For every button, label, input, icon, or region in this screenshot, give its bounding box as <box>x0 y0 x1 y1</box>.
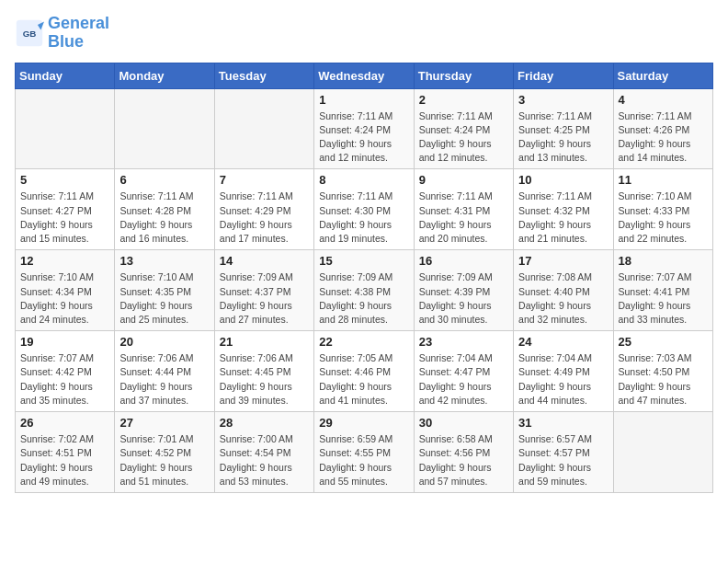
day-number: 6 <box>119 173 209 187</box>
day-info: Sunrise: 7:00 AM Sunset: 4:54 PM Dayligh… <box>220 432 309 488</box>
calendar-cell: 4Sunrise: 7:11 AM Sunset: 4:26 PM Daylig… <box>613 88 712 169</box>
calendar-cell <box>214 88 313 169</box>
calendar-cell: 13Sunrise: 7:10 AM Sunset: 4:35 PM Dayli… <box>115 250 214 331</box>
calendar-week-row: 5Sunrise: 7:11 AM Sunset: 4:27 PM Daylig… <box>16 169 713 250</box>
calendar-cell: 17Sunrise: 7:08 AM Sunset: 4:40 PM Dayli… <box>514 250 613 331</box>
calendar-cell <box>16 88 115 169</box>
calendar-cell: 22Sunrise: 7:05 AM Sunset: 4:46 PM Dayli… <box>314 331 414 412</box>
calendar-week-row: 12Sunrise: 7:10 AM Sunset: 4:34 PM Dayli… <box>16 250 713 331</box>
calendar-cell: 24Sunrise: 7:04 AM Sunset: 4:49 PM Dayli… <box>514 331 613 412</box>
day-info: Sunrise: 7:07 AM Sunset: 4:41 PM Dayligh… <box>619 270 708 327</box>
calendar-cell: 5Sunrise: 7:11 AM Sunset: 4:27 PM Daylig… <box>16 169 115 250</box>
day-info: Sunrise: 6:57 AM Sunset: 4:57 PM Dayligh… <box>518 432 608 488</box>
day-number: 25 <box>619 335 708 349</box>
day-number: 8 <box>319 173 408 187</box>
calendar-cell: 19Sunrise: 7:07 AM Sunset: 4:42 PM Dayli… <box>16 331 115 412</box>
day-info: Sunrise: 7:03 AM Sunset: 4:50 PM Dayligh… <box>619 351 708 408</box>
day-number: 18 <box>619 254 708 268</box>
day-info: Sunrise: 6:59 AM Sunset: 4:55 PM Dayligh… <box>319 432 408 488</box>
day-info: Sunrise: 7:11 AM Sunset: 4:29 PM Dayligh… <box>220 190 309 246</box>
calendar-cell: 11Sunrise: 7:10 AM Sunset: 4:33 PM Dayli… <box>613 169 712 250</box>
day-number: 9 <box>419 173 508 187</box>
calendar-week-row: 26Sunrise: 7:02 AM Sunset: 4:51 PM Dayli… <box>16 412 713 493</box>
day-number: 17 <box>518 254 608 268</box>
calendar-cell: 21Sunrise: 7:06 AM Sunset: 4:45 PM Dayli… <box>214 331 313 412</box>
calendar-cell: 8Sunrise: 7:11 AM Sunset: 4:30 PM Daylig… <box>314 169 414 250</box>
calendar-cell: 20Sunrise: 7:06 AM Sunset: 4:44 PM Dayli… <box>115 331 214 412</box>
day-info: Sunrise: 7:11 AM Sunset: 4:32 PM Dayligh… <box>518 190 608 246</box>
calendar-table: SundayMondayTuesdayWednesdayThursdayFrid… <box>15 63 713 493</box>
day-number: 10 <box>518 173 608 187</box>
calendar-header-row: SundayMondayTuesdayWednesdayThursdayFrid… <box>16 63 713 88</box>
logo-icon: GB <box>15 18 44 48</box>
calendar-cell: 27Sunrise: 7:01 AM Sunset: 4:52 PM Dayli… <box>115 412 214 493</box>
day-info: Sunrise: 7:07 AM Sunset: 4:42 PM Dayligh… <box>20 351 109 408</box>
weekday-header: Thursday <box>414 63 513 88</box>
day-info: Sunrise: 7:02 AM Sunset: 4:51 PM Dayligh… <box>20 432 109 488</box>
calendar-cell: 2Sunrise: 7:11 AM Sunset: 4:24 PM Daylig… <box>414 88 513 169</box>
day-info: Sunrise: 7:11 AM Sunset: 4:31 PM Dayligh… <box>419 190 508 246</box>
day-info: Sunrise: 7:10 AM Sunset: 4:35 PM Dayligh… <box>119 270 209 327</box>
calendar-cell: 23Sunrise: 7:04 AM Sunset: 4:47 PM Dayli… <box>414 331 513 412</box>
day-info: Sunrise: 6:58 AM Sunset: 4:56 PM Dayligh… <box>419 432 508 488</box>
day-info: Sunrise: 7:08 AM Sunset: 4:40 PM Dayligh… <box>518 270 608 327</box>
calendar-cell: 16Sunrise: 7:09 AM Sunset: 4:39 PM Dayli… <box>414 250 513 331</box>
calendar-cell: 15Sunrise: 7:09 AM Sunset: 4:38 PM Dayli… <box>314 250 414 331</box>
day-number: 24 <box>518 335 608 349</box>
day-number: 31 <box>518 416 608 430</box>
day-info: Sunrise: 7:09 AM Sunset: 4:38 PM Dayligh… <box>319 270 408 327</box>
svg-text:GB: GB <box>23 28 37 38</box>
calendar-cell <box>613 412 712 493</box>
day-number: 3 <box>518 93 608 107</box>
day-number: 4 <box>619 93 708 107</box>
day-info: Sunrise: 7:11 AM Sunset: 4:26 PM Dayligh… <box>619 109 708 166</box>
day-number: 5 <box>20 173 109 187</box>
weekday-header: Saturday <box>613 63 712 88</box>
day-number: 7 <box>220 173 309 187</box>
calendar-cell: 25Sunrise: 7:03 AM Sunset: 4:50 PM Dayli… <box>613 331 712 412</box>
calendar-cell: 7Sunrise: 7:11 AM Sunset: 4:29 PM Daylig… <box>214 169 313 250</box>
weekday-header: Monday <box>115 63 214 88</box>
day-number: 23 <box>419 335 508 349</box>
page-header: GB GeneralBlue <box>15 15 713 52</box>
day-number: 19 <box>20 335 109 349</box>
day-info: Sunrise: 7:06 AM Sunset: 4:45 PM Dayligh… <box>220 351 309 408</box>
day-number: 29 <box>319 416 408 430</box>
calendar-cell: 9Sunrise: 7:11 AM Sunset: 4:31 PM Daylig… <box>414 169 513 250</box>
calendar-week-row: 1Sunrise: 7:11 AM Sunset: 4:24 PM Daylig… <box>16 88 713 169</box>
day-info: Sunrise: 7:06 AM Sunset: 4:44 PM Dayligh… <box>119 351 209 408</box>
calendar-cell: 12Sunrise: 7:10 AM Sunset: 4:34 PM Dayli… <box>16 250 115 331</box>
weekday-header: Friday <box>514 63 613 88</box>
day-number: 14 <box>220 254 309 268</box>
calendar-cell: 14Sunrise: 7:09 AM Sunset: 4:37 PM Dayli… <box>214 250 313 331</box>
day-info: Sunrise: 7:09 AM Sunset: 4:37 PM Dayligh… <box>220 270 309 327</box>
day-info: Sunrise: 7:01 AM Sunset: 4:52 PM Dayligh… <box>119 432 209 488</box>
day-number: 27 <box>119 416 209 430</box>
weekday-header: Tuesday <box>214 63 313 88</box>
day-info: Sunrise: 7:11 AM Sunset: 4:25 PM Dayligh… <box>518 109 608 166</box>
logo: GB GeneralBlue <box>15 15 109 52</box>
day-info: Sunrise: 7:05 AM Sunset: 4:46 PM Dayligh… <box>319 351 408 408</box>
day-number: 13 <box>119 254 209 268</box>
calendar-week-row: 19Sunrise: 7:07 AM Sunset: 4:42 PM Dayli… <box>16 331 713 412</box>
day-number: 22 <box>319 335 408 349</box>
day-info: Sunrise: 7:11 AM Sunset: 4:24 PM Dayligh… <box>419 109 508 166</box>
day-info: Sunrise: 7:10 AM Sunset: 4:33 PM Dayligh… <box>619 190 708 246</box>
day-number: 30 <box>419 416 508 430</box>
day-number: 26 <box>20 416 109 430</box>
day-number: 12 <box>20 254 109 268</box>
day-number: 1 <box>319 93 408 107</box>
day-info: Sunrise: 7:11 AM Sunset: 4:30 PM Dayligh… <box>319 190 408 246</box>
day-info: Sunrise: 7:04 AM Sunset: 4:47 PM Dayligh… <box>419 351 508 408</box>
day-number: 16 <box>419 254 508 268</box>
calendar-cell: 29Sunrise: 6:59 AM Sunset: 4:55 PM Dayli… <box>314 412 414 493</box>
calendar-cell: 6Sunrise: 7:11 AM Sunset: 4:28 PM Daylig… <box>115 169 214 250</box>
calendar-cell: 18Sunrise: 7:07 AM Sunset: 4:41 PM Dayli… <box>613 250 712 331</box>
calendar-cell: 30Sunrise: 6:58 AM Sunset: 4:56 PM Dayli… <box>414 412 513 493</box>
day-info: Sunrise: 7:04 AM Sunset: 4:49 PM Dayligh… <box>518 351 608 408</box>
day-info: Sunrise: 7:11 AM Sunset: 4:27 PM Dayligh… <box>20 190 109 246</box>
day-number: 15 <box>319 254 408 268</box>
day-info: Sunrise: 7:09 AM Sunset: 4:39 PM Dayligh… <box>419 270 508 327</box>
calendar-cell <box>115 88 214 169</box>
day-number: 21 <box>220 335 309 349</box>
